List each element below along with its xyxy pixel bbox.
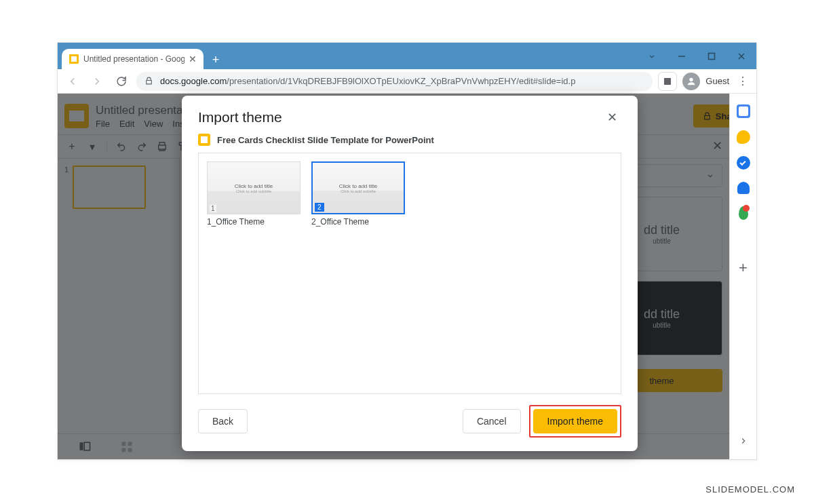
forward-button[interactable] bbox=[88, 72, 106, 91]
maximize-button[interactable] bbox=[697, 46, 726, 66]
dialog-close-button[interactable]: ✕ bbox=[602, 108, 621, 127]
new-tab-button[interactable]: + bbox=[206, 50, 225, 69]
import-theme-dialog: Import theme ✕ Free Cards Checklist Slid… bbox=[182, 96, 638, 451]
profile-label: Guest bbox=[705, 76, 729, 86]
minimize-button[interactable] bbox=[667, 46, 697, 66]
back-button[interactable] bbox=[63, 72, 82, 91]
dialog-source-name: Free Cards Checklist Slide Template for … bbox=[217, 135, 434, 145]
side-panel-rail: + bbox=[729, 94, 756, 459]
browser-tab[interactable]: Untitled presentation - Google Slides ✕ bbox=[62, 49, 204, 69]
slides-file-icon bbox=[198, 134, 210, 146]
close-tab-icon[interactable]: ✕ bbox=[189, 54, 197, 64]
chevron-down-icon[interactable] bbox=[637, 46, 667, 66]
close-window-button[interactable] bbox=[726, 46, 756, 66]
highlight-frame: Import theme bbox=[529, 405, 621, 438]
browser-window: Untitled presentation - Google Slides ✕ … bbox=[57, 42, 757, 460]
svg-rect-1 bbox=[709, 53, 715, 59]
chevron-right-icon[interactable] bbox=[739, 436, 748, 446]
preview-number: 2 bbox=[315, 203, 324, 212]
browser-menu-icon[interactable]: ⋮ bbox=[735, 75, 751, 88]
install-app-icon[interactable] bbox=[658, 72, 677, 91]
keep-icon[interactable] bbox=[737, 130, 750, 144]
watermark: SLIDEMODEL.COM bbox=[705, 484, 795, 495]
contacts-icon[interactable] bbox=[737, 182, 750, 194]
maps-icon[interactable] bbox=[739, 206, 748, 220]
theme-label: 2_Office Theme bbox=[311, 217, 405, 227]
tab-title: Untitled presentation - Google Slides bbox=[83, 54, 185, 64]
dialog-header: Import theme ✕ bbox=[182, 96, 638, 134]
lock-icon bbox=[144, 77, 153, 85]
tab-strip: Untitled presentation - Google Slides ✕ … bbox=[58, 49, 637, 69]
dialog-source-row: Free Cards Checklist Slide Template for … bbox=[182, 134, 638, 153]
titlebar: Untitled presentation - Google Slides ✕ … bbox=[58, 43, 756, 69]
cancel-button[interactable]: Cancel bbox=[463, 409, 521, 433]
preview-number: 1 bbox=[210, 205, 216, 212]
address-bar: docs.google.com/presentation/d/1VkqDREBJ… bbox=[58, 69, 756, 94]
theme-grid: Click to add titleClick to add subtitle1… bbox=[198, 153, 621, 394]
preview-title: Click to add title bbox=[339, 183, 377, 189]
preview-subtitle: Click to add subtitle bbox=[341, 189, 376, 193]
theme-preview: Click to add titleClick to add subtitle1 bbox=[207, 161, 301, 214]
reload-button[interactable] bbox=[112, 72, 131, 91]
tasks-icon[interactable] bbox=[737, 156, 750, 170]
addons-plus-icon[interactable]: + bbox=[739, 259, 748, 277]
slides-favicon-icon bbox=[69, 54, 79, 64]
back-button[interactable]: Back bbox=[198, 409, 248, 433]
preview-subtitle: Click to add subtitle bbox=[236, 189, 271, 193]
svg-point-2 bbox=[690, 77, 693, 81]
dialog-footer: Back Cancel Import theme bbox=[182, 394, 638, 451]
dialog-title: Import theme bbox=[198, 109, 282, 125]
preview-title: Click to add title bbox=[235, 183, 273, 189]
window-controls bbox=[637, 43, 756, 69]
url-text: docs.google.com/presentation/d/1VkqDREBJ… bbox=[160, 76, 644, 86]
theme-label: 1_Office Theme bbox=[207, 217, 301, 227]
omnibox[interactable]: docs.google.com/presentation/d/1VkqDREBJ… bbox=[136, 72, 653, 91]
calendar-icon[interactable] bbox=[737, 104, 750, 118]
theme-preview: Click to add titleClick to add subtitle2 bbox=[311, 161, 405, 214]
theme-option[interactable]: Click to add titleClick to add subtitle2… bbox=[311, 161, 405, 227]
profile-avatar-icon[interactable] bbox=[682, 73, 700, 90]
app-content: Untitled presentation File Edit View Ins… bbox=[58, 94, 756, 459]
theme-option[interactable]: Click to add titleClick to add subtitle1… bbox=[207, 161, 301, 227]
import-theme-button[interactable]: Import theme bbox=[533, 409, 617, 433]
